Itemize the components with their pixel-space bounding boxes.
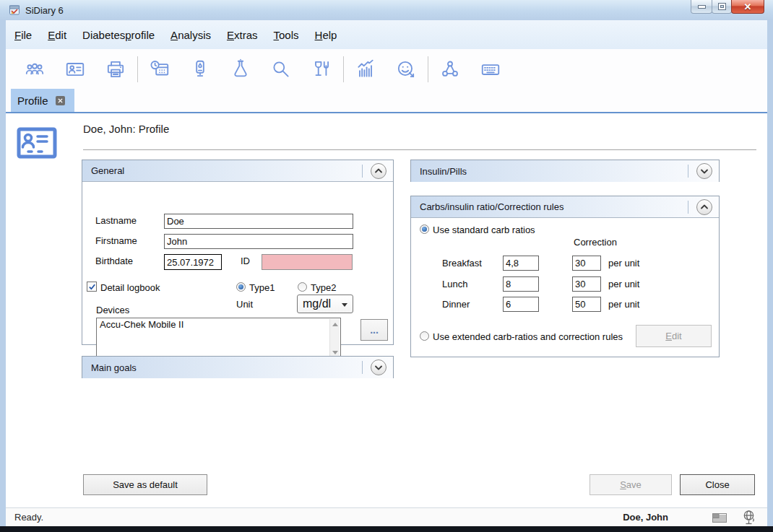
- dinner-ratio-input[interactable]: [503, 297, 539, 312]
- toolbar: Tell a friend >: [6, 49, 767, 89]
- lunch-correction-input[interactable]: [572, 276, 601, 292]
- close-icon: ✕: [744, 2, 752, 12]
- scroll-up-icon[interactable]: [332, 323, 338, 326]
- breakfast-correction-input[interactable]: [572, 256, 601, 271]
- close-window-button[interactable]: ✕: [731, 0, 764, 14]
- lab-flask-icon[interactable]: [220, 56, 261, 82]
- dinner-per-unit-label: per unit: [608, 299, 639, 310]
- us-flag-icon[interactable]: [712, 513, 727, 526]
- id-input[interactable]: [262, 254, 353, 270]
- header-separator: [362, 165, 363, 178]
- lunch-label: Lunch: [442, 279, 467, 289]
- statistics-icon[interactable]: [345, 56, 386, 82]
- general-panel-header: General: [82, 160, 393, 182]
- menu-analysis[interactable]: Analysis: [163, 27, 219, 43]
- unit-dropdown[interactable]: mg/dl: [297, 295, 353, 313]
- lastname-input[interactable]: [164, 214, 353, 229]
- breakfast-ratio-input[interactable]: [503, 256, 539, 271]
- header-separator: [688, 165, 688, 178]
- devices-scrollbar[interactable]: [329, 319, 340, 358]
- devices-listbox[interactable]: Accu-Chek Mobile II: [96, 318, 341, 359]
- device-list-item[interactable]: Accu-Chek Mobile II: [97, 318, 340, 331]
- type1-radio[interactable]: [236, 282, 246, 292]
- extended-carb-ratios-radio[interactable]: [420, 331, 429, 341]
- standard-carb-ratios-radio[interactable]: [420, 224, 429, 234]
- devices-more-button[interactable]: ...: [360, 319, 388, 341]
- carb-ratios-title: Carbs/insulin ratio/Correction rules: [420, 201, 563, 212]
- menubar: File Edit Diabetesprofile Analysis Extra…: [6, 20, 767, 49]
- share-icon[interactable]: [430, 56, 470, 82]
- profile-page: Doe, John: Profile General Lastname Firs…: [6, 113, 767, 507]
- wellness-smiley-icon[interactable]: [386, 56, 426, 82]
- statusbar-user: Doe, John: [623, 512, 668, 523]
- titlebar: SiDiary 6 ✕: [0, 0, 773, 20]
- type2-label: Type2: [311, 282, 336, 293]
- save-button[interactable]: Save: [590, 474, 672, 495]
- carb-ratios-header: Carbs/insulin ratio/Correction rules: [411, 196, 719, 218]
- menu-help[interactable]: Help: [307, 27, 345, 43]
- insulin-pills-panel: Insulin/Pills: [410, 160, 720, 182]
- unit-label: Unit: [236, 299, 253, 310]
- scroll-down-icon[interactable]: [332, 351, 338, 354]
- type1-label: Type1: [249, 282, 275, 293]
- menu-diabetesprofile[interactable]: Diabetesprofile: [74, 27, 163, 43]
- header-separator: [688, 201, 688, 214]
- heading-divider: [83, 149, 756, 150]
- general-panel-title: General: [91, 165, 124, 176]
- insulin-pills-header: Insulin/Pills: [411, 160, 719, 182]
- detail-logbook-label: Detail logbook: [100, 282, 160, 293]
- breakfast-label: Breakfast: [442, 258, 482, 269]
- main-goals-expand-button[interactable]: [371, 359, 386, 375]
- logbook-calendar-icon[interactable]: [139, 56, 180, 82]
- header-separator: [362, 361, 363, 374]
- firstname-input[interactable]: [164, 234, 353, 249]
- dinner-correction-input[interactable]: [572, 297, 601, 312]
- lastname-label: Lastname: [95, 215, 137, 226]
- main-goals-header: Main goals: [82, 357, 393, 378]
- detail-logbook-checkbox[interactable]: [87, 282, 97, 292]
- tab-close-button[interactable]: [56, 96, 65, 105]
- statusbar: Ready. Doe, John: [6, 507, 767, 526]
- app-window: SiDiary 6 ✕ File Edit Diabetesprofile An…: [0, 0, 773, 532]
- menu-extras[interactable]: Extras: [219, 27, 266, 43]
- toolbar-separator: [428, 56, 428, 82]
- menu-tools[interactable]: Tools: [266, 27, 307, 43]
- nutrition-icon[interactable]: [301, 56, 342, 82]
- carb-ratios-collapse-button[interactable]: [696, 199, 712, 215]
- toolbar-separator: [343, 56, 344, 82]
- profile-card-icon[interactable]: [55, 56, 95, 82]
- patients-icon[interactable]: [14, 56, 55, 82]
- window-controls: ✕: [691, 0, 764, 14]
- carb-ratios-panel: Carbs/insulin ratio/Correction rules Use…: [410, 196, 720, 357]
- profile-card-large-icon: [16, 126, 58, 164]
- edit-button[interactable]: Edit: [636, 325, 712, 347]
- client-area: File Edit Diabetesprofile Analysis Extra…: [6, 20, 767, 526]
- page-title: Doe, John: Profile: [83, 123, 169, 135]
- search-icon[interactable]: [261, 56, 301, 82]
- print-icon[interactable]: [95, 56, 136, 82]
- birthdate-input[interactable]: [164, 254, 222, 270]
- lunch-ratio-input[interactable]: [503, 276, 539, 292]
- menu-file[interactable]: File: [7, 27, 40, 43]
- tab-profile[interactable]: Profile: [11, 89, 74, 112]
- maximize-icon: [719, 4, 725, 9]
- type2-radio[interactable]: [298, 282, 307, 292]
- globe-icon[interactable]: [742, 510, 756, 528]
- chevron-up-icon: [699, 203, 709, 212]
- close-button[interactable]: Close: [680, 474, 755, 495]
- glucose-meter-icon[interactable]: [180, 56, 220, 82]
- save-as-default-button[interactable]: Save as default: [83, 474, 207, 495]
- toolbar-separator: [137, 56, 138, 82]
- keyboard-icon[interactable]: [470, 56, 511, 82]
- insulin-pills-expand-button[interactable]: [696, 163, 712, 179]
- tabstrip: Profile: [6, 89, 767, 113]
- correction-column-header: Correction: [574, 237, 617, 248]
- app-icon: [9, 4, 20, 16]
- maximize-button[interactable]: [712, 0, 732, 14]
- main-goals-title: Main goals: [91, 362, 137, 373]
- birthdate-label: Birthdate: [95, 256, 133, 266]
- menu-edit[interactable]: Edit: [40, 27, 74, 43]
- minimize-button[interactable]: [691, 0, 712, 14]
- id-label: ID: [241, 256, 250, 266]
- general-collapse-button[interactable]: [371, 163, 386, 179]
